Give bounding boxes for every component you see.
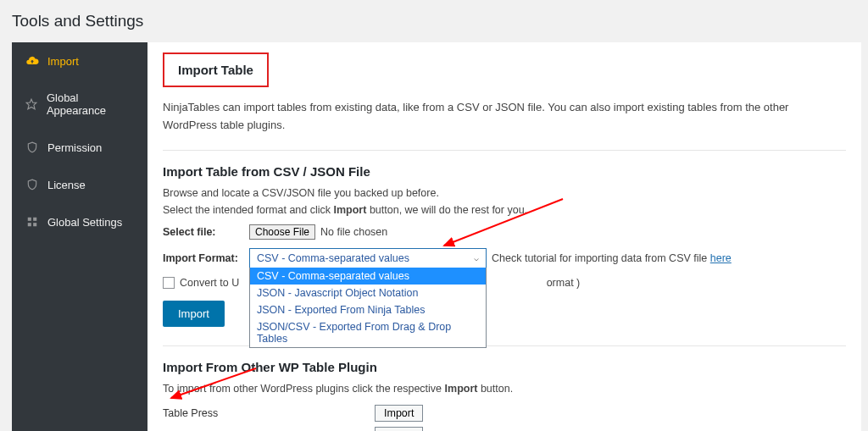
svg-rect-2 (33, 218, 36, 221)
divider (163, 150, 846, 151)
convert-checkbox[interactable] (163, 277, 175, 289)
dropdown-option[interactable]: JSON - Exported From Ninja Tables (250, 301, 486, 318)
badge-icon (25, 178, 39, 191)
sidebar-item-label: Permission (47, 141, 102, 154)
svg-rect-1 (28, 218, 31, 221)
instruction-text: To import from other WordPress plugins c… (163, 383, 846, 395)
sidebar-item-permission[interactable]: Permission (12, 129, 147, 166)
sidebar: Import Global Appearance Permission Lice… (12, 42, 147, 431)
intro-text: NinjaTables can import tables from exist… (163, 99, 846, 135)
plugin-name: Table Press (163, 407, 375, 419)
sidebar-item-appearance[interactable]: Global Appearance (12, 80, 147, 129)
plugin-row: Data Tables Generator by Supsystic Impor… (163, 427, 846, 431)
select-value: CSV - Comma-separated values (257, 252, 409, 264)
main-content: Import Table NinjaTables can import tabl… (147, 42, 861, 431)
import-button[interactable]: Import (163, 301, 225, 327)
star-icon (25, 97, 38, 111)
import-other-title: Import From Other WP Table Plugin (163, 360, 846, 374)
svg-marker-0 (27, 99, 37, 109)
dropdown-option[interactable]: JSON/CSV - Exported From Drag & Drop Tab… (250, 318, 486, 347)
hint-text: Check tutorial for importing data from C… (492, 252, 732, 264)
instruction-text: Browse and locate a CSV/JSON file you ba… (163, 187, 846, 199)
svg-rect-4 (33, 223, 36, 226)
tutorial-link[interactable]: here (710, 252, 732, 264)
dropdown-list: CSV - Comma-separated values JSON - Java… (249, 268, 487, 348)
dropdown-option[interactable]: JSON - Javascript Object Notation (250, 285, 486, 301)
chevron-down-icon: ⌵ (474, 253, 479, 262)
plugin-import-button[interactable]: Import (375, 405, 423, 422)
shield-icon (25, 141, 39, 154)
import-format-label: Import Format: (163, 252, 244, 264)
import-csv-title: Import Table from CSV / JSON File (163, 164, 846, 179)
sidebar-item-global-settings[interactable]: Global Settings (12, 203, 147, 240)
sidebar-item-label: Global Appearance (47, 91, 134, 117)
import-format-select[interactable]: CSV - Comma-separated values ⌵ CSV - Com… (249, 248, 487, 268)
plugin-row: Table Press Import (163, 405, 846, 422)
section-heading: Import Table (163, 52, 269, 87)
file-status-text: No file chosen (320, 226, 387, 238)
sidebar-item-label: Import (47, 55, 79, 68)
cloud-upload-icon (25, 54, 39, 68)
plugin-import-button[interactable]: Import (375, 427, 423, 431)
sidebar-item-import[interactable]: Import (12, 42, 147, 80)
sidebar-item-label: License (47, 179, 86, 191)
svg-rect-3 (28, 223, 31, 226)
select-file-label: Select file: (163, 226, 244, 238)
choose-file-button[interactable]: Choose File (249, 224, 315, 240)
sidebar-item-license[interactable]: License (12, 166, 147, 203)
grid-icon (25, 215, 39, 229)
sidebar-item-label: Global Settings (47, 216, 122, 229)
page-title: Tools and Settings (0, 0, 868, 42)
instruction-text: Select the intended format and click Imp… (163, 204, 846, 216)
dropdown-option[interactable]: CSV - Comma-separated values (250, 268, 486, 285)
